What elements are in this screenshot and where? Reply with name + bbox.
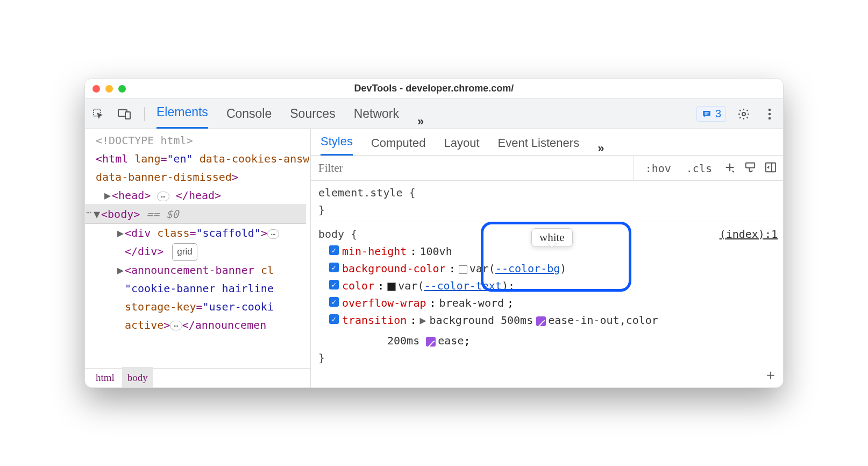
tab-elements[interactable]: Elements (156, 97, 208, 129)
messages-badge[interactable]: 3 (696, 106, 726, 122)
dom-tree[interactable]: <!DOCTYPE html> <html lang="en" data-coo… (85, 129, 311, 387)
rule-element-style[interactable]: element.style { } (311, 181, 783, 222)
cls-toggle[interactable]: .cls (683, 162, 715, 175)
titlebar: DevTools - developer.chrome.com/ (85, 79, 783, 99)
style-rules-list: element.style { } (index):1 body { ✓ min… (311, 181, 783, 387)
subtab-computed[interactable]: Computed (371, 131, 426, 156)
panels-body: <!DOCTYPE html> <html lang="en" data-coo… (85, 129, 783, 387)
selector-element-style[interactable]: element.style (318, 186, 403, 199)
ellipsis-icon[interactable]: ⋯ (157, 192, 169, 201)
styles-filter-input[interactable] (311, 156, 634, 180)
svg-point-5 (769, 112, 771, 115)
selector-body[interactable]: body (318, 228, 344, 241)
svg-rect-2 (125, 112, 130, 119)
breadcrumb: html body (85, 368, 310, 387)
breadcrumb-body[interactable]: body (122, 367, 153, 388)
toggle-sidebar-icon[interactable] (765, 161, 777, 175)
filter-toolbar: :hov .cls (311, 156, 783, 181)
kebab-menu-icon[interactable] (762, 106, 778, 122)
announcement-banner-node[interactable]: ▶<announcement-banner cl "cookie-banner … (96, 261, 306, 334)
subtab-event-listeners[interactable]: Event Listeners (498, 131, 580, 156)
panel-tabs: Elements Console Sources Network » (156, 99, 424, 129)
grid-badge[interactable]: grid (172, 243, 197, 261)
paint-brush-icon[interactable] (744, 161, 756, 175)
html-node[interactable]: <html lang="en" data-cookies-answered da… (96, 150, 306, 186)
var-link-color-bg[interactable]: --color-bg (495, 262, 560, 275)
color-swatch-white[interactable] (459, 265, 467, 274)
close-window-button[interactable] (93, 85, 100, 93)
settings-icon[interactable] (736, 106, 752, 122)
subtab-styles[interactable]: Styles (321, 129, 353, 156)
body-node-selected[interactable]: ⋯ ▼<body> == $0 (85, 204, 306, 224)
doctype-node[interactable]: <!DOCTYPE html> (96, 131, 306, 150)
breadcrumb-html[interactable]: html (90, 367, 120, 388)
easing-swatch-icon[interactable] (536, 316, 546, 326)
tab-network[interactable]: Network (354, 99, 399, 129)
svg-point-4 (769, 108, 771, 111)
devtools-window: DevTools - developer.chrome.com/ Element… (84, 78, 784, 388)
main-toolbar: Elements Console Sources Network » 3 (85, 99, 783, 129)
add-declaration-icon[interactable]: ＋ (764, 365, 778, 384)
checkbox-icon[interactable]: ✓ (329, 245, 339, 255)
checkbox-icon[interactable]: ✓ (329, 297, 339, 307)
color-swatch-black[interactable] (387, 283, 396, 291)
styles-panel: Styles Computed Layout Event Listeners »… (311, 129, 783, 387)
window-title: DevTools - developer.chrome.com/ (85, 83, 783, 94)
checkbox-icon[interactable]: ✓ (329, 280, 339, 290)
var-tooltip: white (531, 228, 573, 247)
svg-point-3 (742, 112, 745, 116)
checkbox-icon[interactable]: ✓ (329, 263, 339, 272)
device-toggle-icon[interactable] (116, 106, 132, 122)
hov-toggle[interactable]: :hov (642, 162, 674, 175)
easing-swatch-icon[interactable] (426, 337, 436, 347)
sidebar-tabs: Styles Computed Layout Event Listeners » (311, 129, 783, 156)
head-node[interactable]: ▶<head> ⋯ </head> (96, 186, 306, 204)
toolbar-divider (144, 107, 145, 121)
zoom-window-button[interactable] (118, 85, 126, 93)
prop-background-color[interactable]: ✓ background-color: var(--color-bg) (318, 260, 775, 277)
prop-transition[interactable]: ✓ transition: ▶ background 500ms ease-in… (318, 312, 775, 349)
svg-rect-7 (746, 163, 755, 167)
new-style-rule-icon[interactable] (724, 161, 736, 175)
tab-console[interactable]: Console (226, 99, 272, 129)
more-subtabs-icon[interactable]: » (597, 142, 604, 156)
prop-color[interactable]: ✓ color: var(--color-text); (318, 277, 775, 294)
messages-count: 3 (715, 108, 721, 120)
inspect-icon[interactable] (90, 106, 106, 122)
window-controls (85, 85, 126, 93)
more-tabs-icon[interactable]: » (417, 115, 424, 129)
subtab-layout[interactable]: Layout (444, 131, 479, 156)
dollar-zero-indicator: == $0 (146, 208, 179, 221)
source-link[interactable]: (index):1 (720, 225, 778, 243)
checkbox-icon[interactable]: ✓ (329, 314, 339, 324)
tooltip-text: white (539, 231, 565, 244)
svg-point-6 (769, 117, 771, 119)
expand-shorthand-icon[interactable]: ▶ (419, 312, 426, 329)
div-scaffold-node[interactable]: ▶<div class="scaffold">⋯ </div> grid (96, 224, 306, 261)
prop-overflow-wrap[interactable]: ✓ overflow-wrap: break-word; (318, 294, 775, 312)
var-link-color-text[interactable]: --color-text (424, 279, 502, 292)
tab-sources[interactable]: Sources (290, 99, 335, 129)
minimize-window-button[interactable] (105, 85, 113, 93)
